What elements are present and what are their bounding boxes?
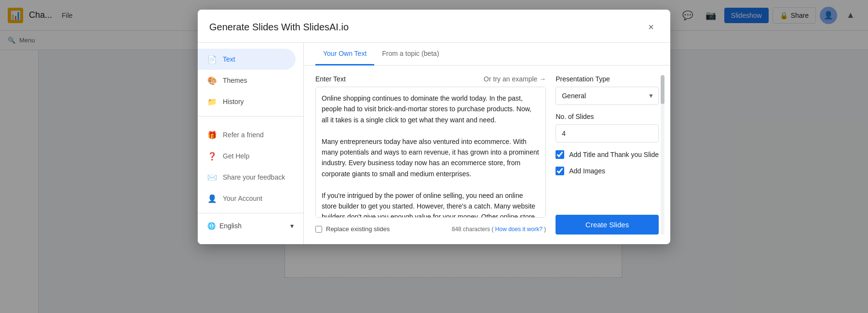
presentation-type-group: Presentation Type General Business Educa…	[556, 75, 659, 105]
account-icon: 👤	[207, 194, 217, 203]
num-slides-label: No. of Slides	[556, 113, 659, 120]
modal-title: Generate Slides With SlidesAI.io	[209, 22, 349, 33]
modal-overlay: Generate Slides With SlidesAI.io × 📄 Tex…	[0, 0, 868, 313]
nav-divider	[198, 116, 303, 117]
presentation-type-select[interactable]: General Business Educational Creative	[556, 87, 659, 105]
textarea-wrapper: Online shopping continues to dominate th…	[315, 87, 546, 218]
nav-item-text[interactable]: 📄 Text	[198, 49, 296, 70]
presentation-type-select-wrapper: General Business Educational Creative ▼	[556, 87, 659, 105]
modal-body: 📄 Text 🎨 Themes 📁 History 🎁 Refer a frie…	[198, 43, 670, 244]
text-icon: 📄	[207, 54, 217, 64]
scroll-thumb	[661, 75, 665, 104]
nav-item-refer[interactable]: 🎁 Refer a friend	[198, 124, 296, 145]
nav-item-history[interactable]: 📁 History	[198, 91, 296, 112]
content-area: Enter Text Or try an example → Online sh…	[304, 65, 670, 244]
presentation-type-label: Presentation Type	[556, 75, 659, 83]
nav-item-account[interactable]: 👤 Your Account	[198, 188, 296, 209]
nav-item-themes[interactable]: 🎨 Themes	[198, 70, 296, 91]
input-header: Enter Text Or try an example →	[315, 75, 546, 83]
feedback-icon: ✉️	[207, 172, 217, 182]
add-images-row: Add Images	[556, 167, 659, 175]
text-input-side: Enter Text Or try an example → Online sh…	[315, 75, 546, 235]
num-slides-input[interactable]	[556, 124, 659, 143]
modal-nav: 📄 Text 🎨 Themes 📁 History 🎁 Refer a frie…	[198, 43, 304, 244]
language-label: English	[219, 222, 242, 230]
options-panel: Presentation Type General Business Educa…	[556, 75, 659, 235]
tab-your-own-text[interactable]: Your Own Text	[315, 43, 374, 65]
create-slides-button[interactable]: Create Slides	[556, 215, 659, 235]
nav-divider-2	[198, 213, 303, 213]
add-images-label: Add Images	[569, 167, 605, 175]
add-title-label: Add Title and Thank you Slide	[569, 151, 659, 158]
add-title-checkbox[interactable]	[556, 150, 564, 159]
chevron-down-icon: ▾	[290, 222, 294, 230]
language-selector[interactable]: 🌐 English ▾	[198, 217, 303, 235]
modal-content: Your Own Text From a topic (beta) Enter …	[304, 43, 670, 244]
tab-bar: Your Own Text From a topic (beta)	[304, 43, 670, 65]
nav-item-feedback[interactable]: ✉️ Share your feedback	[198, 167, 296, 188]
help-icon: ❓	[207, 151, 217, 161]
language-icon: 🌐	[207, 222, 216, 230]
add-images-checkbox[interactable]	[556, 167, 564, 175]
tab-from-topic[interactable]: From a topic (beta)	[374, 43, 447, 65]
replace-slides-checkbox[interactable]	[315, 226, 322, 233]
example-link[interactable]: Or try an example →	[484, 75, 546, 83]
close-button[interactable]: ×	[643, 19, 659, 35]
text-input[interactable]: Online shopping continues to dominate th…	[316, 87, 545, 217]
char-count: 848 characters ( How does it work? )	[452, 224, 546, 235]
nav-item-help[interactable]: ❓ Get Help	[198, 145, 296, 167]
modal-dialog: Generate Slides With SlidesAI.io × 📄 Tex…	[198, 10, 670, 244]
enter-text-label: Enter Text	[315, 75, 346, 83]
replace-checkbox-row: Replace existing slides	[315, 223, 390, 235]
num-slides-group: No. of Slides	[556, 113, 659, 143]
themes-icon: 🎨	[207, 76, 217, 85]
how-it-works-link[interactable]: How does it work?	[495, 226, 542, 233]
nav-bottom: 🎁 Refer a friend ❓ Get Help ✉️ Share you…	[198, 120, 303, 238]
modal-header: Generate Slides With SlidesAI.io ×	[198, 10, 670, 43]
history-icon: 📁	[207, 97, 217, 106]
replace-slides-label: Replace existing slides	[326, 225, 390, 233]
scrollbar[interactable]	[661, 75, 665, 235]
add-title-row: Add Title and Thank you Slide	[556, 150, 659, 159]
gift-icon: 🎁	[207, 130, 217, 140]
